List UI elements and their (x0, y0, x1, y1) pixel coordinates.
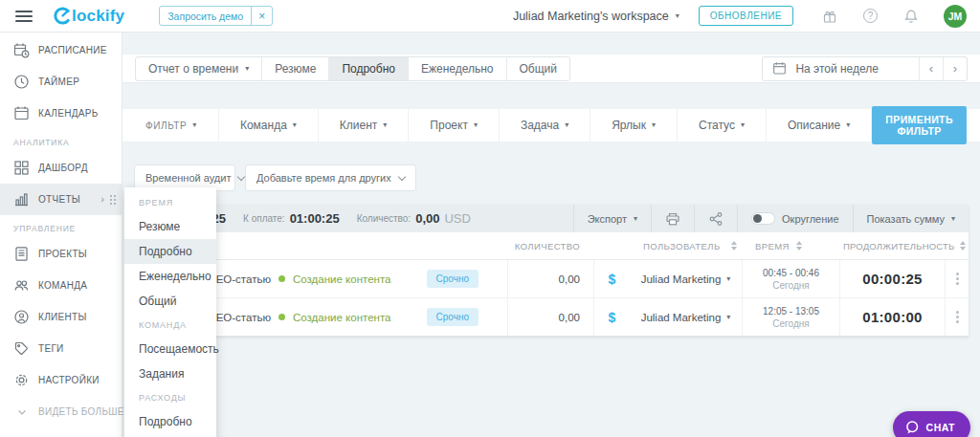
filter-description[interactable]: Описание ▾ (767, 109, 872, 142)
menu-icon[interactable] (15, 8, 33, 25)
sidebar-item-see-more[interactable]: ВИДЕТЬ БОЛЬШЕ (0, 396, 122, 427)
entry-duration[interactable]: 00:00:25 (862, 271, 922, 287)
update-button[interactable]: ОБНОВЛЕНИЕ (699, 6, 793, 26)
menu-item-weekly[interactable]: Еженедельно (124, 264, 216, 289)
avatar[interactable]: JM (944, 5, 967, 28)
sidebar-item-dashboard[interactable]: ДАШБОРД (0, 152, 122, 184)
chevron-down-icon: ▾ (293, 121, 297, 129)
sidebar-item-settings[interactable]: НАСТРОЙКИ (0, 364, 122, 396)
tag-badge[interactable]: Срочно (427, 308, 479, 326)
clients-icon (13, 309, 30, 325)
menu-item-attendance[interactable]: Посещаемость (124, 337, 216, 361)
entry-time[interactable]: 12:05 - 13:05 Сегодня (742, 298, 839, 336)
sidebar-item-label: ОТЧЕТЫ (38, 194, 80, 205)
column-header-time[interactable]: ВРЕМЯ (742, 232, 839, 259)
kebab-menu-icon[interactable] (956, 277, 959, 280)
report-type-selector[interactable]: Отчет о времени ▾ (136, 57, 262, 80)
sidebar-item-clients[interactable]: КЛИЕНТЫ (0, 301, 122, 333)
chevron-down-icon: ▾ (726, 275, 730, 283)
tag-badge[interactable]: Срочно (427, 270, 479, 288)
show-amount-button[interactable]: Показать сумму ▾ (854, 205, 969, 232)
menu-item-detailed[interactable]: Подробно (124, 239, 216, 264)
entry-user-selector[interactable]: Juliad Marketing ▾ (630, 260, 742, 297)
table-row[interactable]: SEO-статью Создание контента Срочно 0,00… (134, 298, 969, 337)
filter-status[interactable]: Статус ▾ (678, 109, 767, 142)
close-icon[interactable]: × (251, 7, 272, 25)
rounding-toggle[interactable]: Округление (738, 205, 853, 232)
sidebar-item-schedule[interactable]: РАСПИСАНИЕ (0, 34, 122, 66)
kebab-menu-icon[interactable] (956, 316, 959, 318)
sidebar-section-analytics: АНАЛИТИКА (0, 129, 122, 152)
calendar-icon (772, 61, 787, 76)
billable-icon[interactable]: $ (609, 272, 616, 287)
entry-duration[interactable]: 01:00:00 (862, 309, 922, 325)
export-button[interactable]: Экспорт ▾ (574, 205, 651, 232)
date-range-button[interactable]: На этой неделе (763, 61, 919, 76)
filter-task[interactable]: Задача ▾ (500, 109, 590, 142)
sidebar-item-team[interactable]: КОМАНДА (0, 270, 122, 301)
tab-summary[interactable]: Резюме (262, 57, 329, 80)
clockify-logo[interactable]: lockify (54, 7, 124, 26)
reports-dropdown-menu: ВРЕМЯ Резюме Подробно Еженедельно Общий … (124, 187, 216, 437)
filter-project[interactable]: Проект ▾ (409, 109, 500, 142)
apply-filter-button[interactable]: ПРИМЕНИТЬ ФИЛЬТР (872, 106, 967, 144)
tab-shared[interactable]: Общий (507, 57, 570, 80)
tab-weekly[interactable]: Еженедельно (409, 57, 507, 80)
sort-icon (796, 241, 802, 251)
chevron-down-icon: ▾ (846, 121, 850, 129)
menu-item-assignments[interactable]: Задания (124, 361, 216, 386)
sidebar-item-projects[interactable]: ПРОЕКТЫ (0, 238, 122, 270)
billable-value: 01:00:25 (290, 211, 340, 226)
filter-menu-button[interactable]: ФИЛЬТР ▾ (122, 109, 219, 142)
chevron-down-icon: ▾ (383, 121, 387, 129)
chat-button[interactable]: CHAT (893, 411, 970, 437)
column-header-user[interactable]: ПОЛЬЗОВАТЕЛЬ (630, 232, 742, 259)
gift-icon[interactable] (822, 9, 837, 24)
sidebar-item-timer[interactable]: ТАЙМЕР (0, 66, 122, 98)
sidebar-item-reports[interactable]: ОТЧЕТЫ › (0, 184, 122, 215)
chevron-down-icon: ▾ (245, 65, 249, 73)
entry-description[interactable]: SEO-статью (209, 312, 271, 323)
print-button[interactable] (652, 205, 694, 232)
table-row[interactable]: SEO-статью Создание контента Срочно 0,00… (134, 260, 969, 298)
workspace-name: Juliad Marketing's workspace (513, 10, 669, 23)
workspace-selector[interactable]: Juliad Marketing's workspace ▾ (513, 10, 679, 23)
time-audit-label: Временной аудит (145, 172, 231, 184)
currency-label: USD (444, 211, 470, 226)
printer-icon (665, 211, 680, 227)
column-header-amount[interactable]: КОЛИЧЕСТВО (507, 232, 593, 259)
next-period-button[interactable]: › (943, 57, 967, 80)
share-button[interactable] (695, 205, 737, 232)
help-icon[interactable]: ? (863, 9, 878, 23)
entry-description[interactable]: SEO-статью (209, 273, 271, 285)
entry-time[interactable]: 00:45 - 00:46 Сегодня (742, 260, 839, 297)
entry-project[interactable]: Создание контента (293, 273, 390, 285)
bell-icon[interactable] (903, 9, 919, 24)
filter-tag[interactable]: Ярлык ▾ (590, 109, 678, 142)
chat-bubble-icon (904, 420, 920, 435)
tab-detailed[interactable]: Подробно (329, 57, 409, 80)
filter-team[interactable]: Команда ▾ (219, 109, 319, 142)
filter-status-label: Статус (699, 119, 735, 132)
menu-item-expenses-detailed[interactable]: Подробно (124, 409, 216, 434)
share-icon (708, 211, 724, 227)
sidebar-item-tags[interactable]: ТЕГИ (0, 333, 122, 364)
chevron-right-icon[interactable]: › (100, 194, 104, 205)
entry-amount: 0,00 (559, 312, 580, 323)
entry-project[interactable]: Создание контента (293, 312, 390, 323)
sidebar-item-label: КЛИЕНТЫ (38, 312, 87, 322)
billable-icon[interactable]: $ (609, 310, 616, 325)
prev-period-button[interactable]: ‹ (919, 57, 943, 80)
filter-client[interactable]: Клиент ▾ (319, 109, 410, 142)
toggle-off-icon[interactable] (751, 212, 775, 225)
sidebar-item-label: РАСПИСАНИЕ (38, 45, 107, 55)
menu-item-shared[interactable]: Общий (124, 289, 216, 314)
drag-handle-icon[interactable] (109, 194, 117, 206)
sidebar-item-calendar[interactable]: КАЛЕНДАРЬ (0, 98, 122, 129)
add-time-button[interactable]: Добавьте время для других (245, 164, 416, 191)
column-header-duration[interactable]: ПРОДОЛЖИТЕЛЬНОСТЬ (839, 232, 945, 259)
entry-user-selector[interactable]: Juliad Marketing ▾ (630, 298, 742, 336)
menu-item-summary[interactable]: Резюме (124, 214, 216, 239)
totals-bar: Всего: 01:00:25 К оплате: 01:00:25 Колич… (134, 205, 969, 232)
request-demo-button[interactable]: Запросить демо × (159, 6, 273, 26)
